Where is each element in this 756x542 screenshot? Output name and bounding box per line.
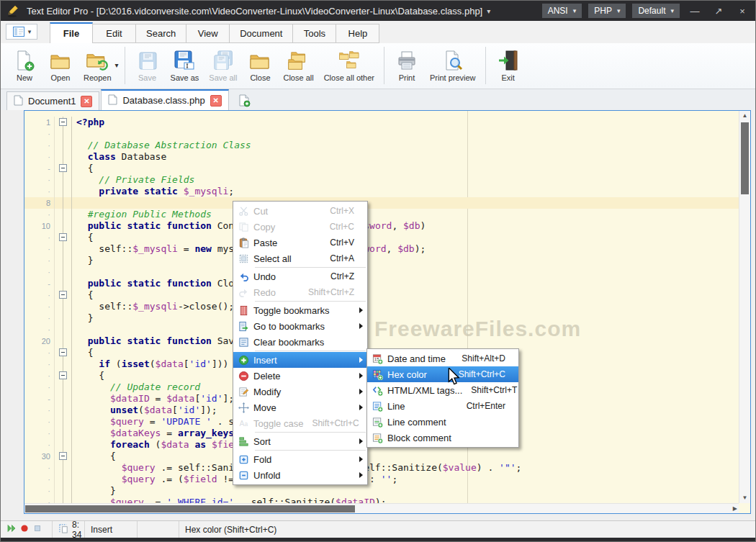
tab-close-button[interactable]: ✕ — [210, 95, 222, 107]
menu-item-fold[interactable]: Fold — [233, 451, 367, 467]
menu-item-toggle-bookmarks[interactable]: Toggle bookmarks — [233, 302, 367, 318]
fold-toggle-icon[interactable] — [59, 118, 67, 126]
fold-column — [55, 405, 72, 416]
code-line[interactable]: · — [24, 128, 739, 140]
menu-item-undo[interactable]: UndoCtrl+Z — [233, 268, 367, 284]
code-line[interactable]: · — [24, 266, 739, 278]
macro-stop-button[interactable] — [32, 523, 42, 536]
fold-toggle-icon[interactable] — [59, 452, 67, 460]
syntax-mode-button[interactable]: PHP▾ — [588, 4, 626, 18]
macro-play-button[interactable] — [6, 523, 17, 536]
tab-close-button[interactable]: ✕ — [81, 96, 92, 107]
submenu-item-date-and-time[interactable]: 15Date and timeShift+Alt+D — [367, 351, 518, 366]
menu-tab-view[interactable]: View — [186, 24, 230, 43]
print-preview-button[interactable]: Print preview — [425, 45, 481, 86]
submenu-item-html-xml-tags[interactable]: HTML/XML tags...Shift+Ctrl+T — [367, 382, 518, 398]
code-line[interactable]: · private static $_mysqli; — [24, 186, 739, 197]
menu-item-delete[interactable]: Delete — [233, 368, 367, 384]
scroll-right-icon[interactable]: ▶ — [733, 504, 737, 514]
new-button[interactable]: New — [6, 45, 42, 86]
code-line[interactable]: · $query .= self::Sanitize($field) . '="… — [24, 462, 739, 474]
code-line[interactable]: · // Private Fields — [24, 174, 739, 186]
code-line[interactable]: · class Database — [24, 151, 739, 163]
code-line[interactable]: 20 public static function Save($data) — [24, 335, 739, 347]
code-line[interactable]: · $query .= ($field != end($dataKeys)) ?… — [24, 474, 739, 485]
menu-item-insert[interactable]: Insert — [233, 352, 367, 368]
doc-tab-database-class-php[interactable]: Database.class.php✕ — [101, 89, 228, 110]
menu-tab-document[interactable]: Document — [230, 24, 293, 43]
doc-tab-document1[interactable]: Document1✕ — [6, 91, 99, 110]
code-line[interactable]: · self::$_mysqli->close(); — [24, 301, 739, 312]
print-button[interactable]: Print — [389, 45, 425, 86]
encoding-button[interactable]: ANSI▾ — [542, 4, 582, 18]
fold-toggle-icon[interactable] — [59, 291, 67, 299]
menu-item-go-to-bookmarks[interactable]: Go to bookmarks — [233, 318, 367, 334]
code-line[interactable]: · } — [24, 485, 739, 497]
code-text: // Update record — [72, 381, 200, 393]
code-line[interactable]: 10 public static function Connect($host,… — [24, 220, 739, 232]
macro-record-button[interactable] — [19, 523, 30, 536]
code-line[interactable]: - { — [24, 163, 739, 174]
scrollbar-thumb[interactable] — [25, 505, 355, 512]
submenu-item-line-comment[interactable]: Line comment — [367, 414, 518, 430]
scroll-up-icon[interactable]: ▲ — [739, 111, 750, 121]
code-line[interactable]: · // Database Abstraction Class — [24, 140, 739, 151]
fold-toggle-icon[interactable] — [59, 348, 67, 356]
close-button[interactable]: Close — [242, 45, 278, 86]
close-button[interactable]: × — [734, 6, 751, 17]
reopen-button[interactable]: Reopen — [78, 45, 117, 86]
code-line-current[interactable]: 8 — [24, 197, 739, 209]
menu-item-clear-bookmarks[interactable]: Clear bookmarks — [233, 334, 367, 350]
reopen-dropdown-icon[interactable]: ▾ — [115, 61, 119, 69]
code-line[interactable]: · #region Public Methods — [24, 209, 739, 220]
close-all-other-button[interactable]: Close all other — [319, 45, 379, 86]
title-dropdown-icon[interactable]: ▾ — [487, 7, 490, 15]
code-text: $dataID = $data['id']; — [72, 393, 234, 405]
close-all-other-icon — [338, 49, 361, 72]
code-line[interactable]: 30 { — [24, 451, 739, 462]
code-line[interactable]: · { — [24, 232, 739, 243]
toggle-case-icon: Aa — [233, 418, 253, 429]
code-line[interactable]: · self::$_mysqli = new mysqli($host, $us… — [24, 243, 739, 255]
submenu-item-block-comment[interactable]: Block comment — [367, 430, 518, 446]
close-all-button[interactable]: Close all — [278, 45, 318, 86]
submenu-item-hex-color[interactable]: Hex colorShift+Ctrl+C — [367, 366, 518, 382]
minimize-button[interactable]: — — [686, 6, 703, 17]
new-document-tab-button[interactable] — [236, 93, 253, 109]
menu-tab-file[interactable]: File — [50, 22, 93, 43]
exit-button[interactable]: Exit — [490, 45, 526, 86]
menu-item-move[interactable]: Move — [233, 399, 367, 415]
menu-item-unfold[interactable]: Unfold — [233, 467, 367, 483]
code-editor[interactable]: FreewareFiles.com 1<?php·· // Database A… — [24, 110, 751, 514]
code-line[interactable]: - public static function Close() — [24, 278, 739, 289]
menu-item-paste[interactable]: PasteCtrl+V — [233, 235, 367, 250]
vertical-scrollbar[interactable]: ▲ ▼ — [739, 111, 750, 503]
quick-access-button[interactable]: ▾ — [6, 24, 37, 40]
code-line[interactable]: · { — [24, 289, 739, 301]
fold-toggle-icon[interactable] — [59, 371, 67, 379]
menu-tab-help[interactable]: Help — [336, 24, 379, 43]
submenu-item-line[interactable]: LineCtrl+Enter — [367, 398, 518, 414]
menu-item-sort[interactable]: Sort — [233, 433, 367, 449]
menu-item-shortcut: Ctrl+X — [330, 206, 354, 216]
menu-tab-edit[interactable]: Edit — [93, 24, 136, 43]
code-line[interactable]: · } — [24, 312, 739, 324]
code-line[interactable]: 1<?php — [24, 117, 739, 128]
code-line[interactable]: · } — [24, 255, 739, 266]
scrollbar-thumb[interactable] — [741, 122, 749, 194]
save-as-button[interactable]: Save as — [166, 45, 204, 86]
menu-tab-tools[interactable]: Tools — [293, 24, 336, 43]
theme-button[interactable]: Default▾ — [632, 4, 680, 18]
hex-color-icon — [367, 369, 387, 380]
chevron-down-icon: ▾ — [617, 7, 621, 14]
fold-toggle-icon[interactable] — [59, 233, 67, 241]
menu-item-select-all[interactable]: Select allCtrl+A — [233, 250, 367, 266]
menu-tab-search[interactable]: Search — [136, 24, 186, 43]
menu-item-modify[interactable]: Modify — [233, 384, 367, 399]
maximize-button[interactable]: ↗ — [710, 6, 727, 17]
scroll-down-icon[interactable]: ▼ — [739, 493, 750, 503]
fold-toggle-icon[interactable] — [59, 164, 67, 172]
code-line[interactable]: · — [24, 324, 739, 335]
horizontal-scrollbar[interactable]: ▶ — [24, 503, 739, 513]
open-button[interactable]: Open — [42, 45, 78, 86]
